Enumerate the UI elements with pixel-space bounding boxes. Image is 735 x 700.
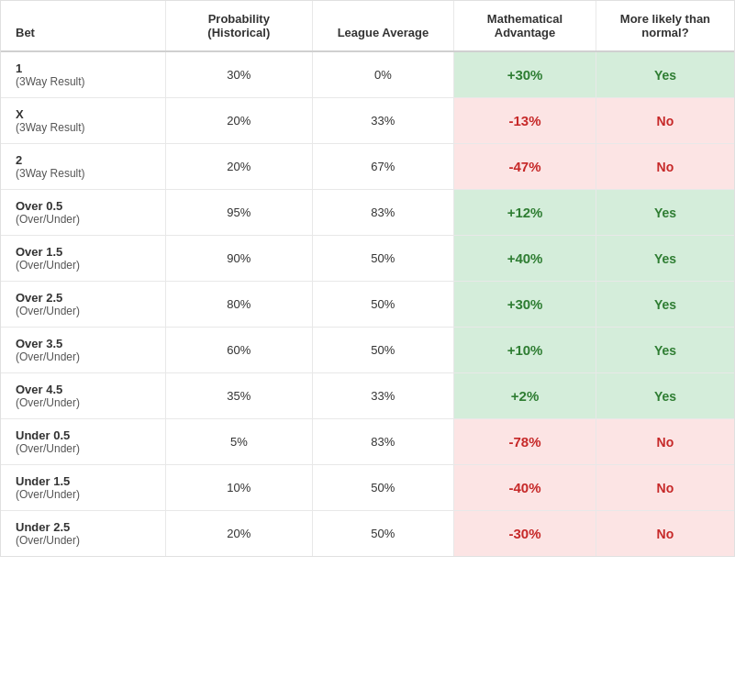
table-row: Under 0.5(Over/Under)5%83%-78%No xyxy=(1,419,734,465)
probability-cell: 30% xyxy=(166,51,313,98)
bet-name: Under 2.5 xyxy=(16,520,150,534)
more-likely-cell: Yes xyxy=(596,328,734,373)
bet-name: Over 4.5 xyxy=(16,383,150,396)
probability-cell: 60% xyxy=(166,328,313,373)
table-row: X(3Way Result)20%33%-13%No xyxy=(1,98,734,144)
bet-cell: X(3Way Result) xyxy=(1,98,166,144)
probability-cell: 10% xyxy=(166,465,313,511)
probability-cell: 20% xyxy=(166,511,313,557)
more-likely-cell: No xyxy=(596,511,734,557)
more-likely-cell: No xyxy=(596,419,734,465)
bet-cell: Over 0.5(Over/Under) xyxy=(1,190,166,236)
more-likely-cell: No xyxy=(596,144,734,190)
bet-name: X xyxy=(16,107,150,121)
bet-name: 2 xyxy=(16,153,150,167)
advantage-cell: -47% xyxy=(454,144,596,190)
probability-cell: 35% xyxy=(166,373,313,419)
league-average-cell: 33% xyxy=(312,373,454,419)
table-row: 2(3Way Result)20%67%-47%No xyxy=(1,144,734,190)
league-average-cell: 83% xyxy=(312,190,454,236)
league-average-cell: 50% xyxy=(312,511,454,557)
bet-cell: Over 1.5(Over/Under) xyxy=(1,236,166,282)
bet-cell: Over 4.5(Over/Under) xyxy=(1,373,166,419)
probability-cell: 20% xyxy=(166,144,313,190)
bet-type: (3Way Result) xyxy=(16,167,150,180)
more-likely-cell: No xyxy=(596,98,734,144)
advantage-cell: -40% xyxy=(454,465,596,511)
table-row: Over 4.5(Over/Under)35%33%+2%Yes xyxy=(1,373,734,419)
bet-type: (3Way Result) xyxy=(16,121,150,134)
bet-type: (Over/Under) xyxy=(16,488,150,501)
advantage-cell: -30% xyxy=(454,511,596,557)
probability-cell: 80% xyxy=(166,282,313,328)
probability-cell: 90% xyxy=(166,236,313,282)
more-likely-cell: Yes xyxy=(596,51,734,98)
more-likely-cell: Yes xyxy=(596,373,734,419)
bet-cell: Under 2.5(Over/Under) xyxy=(1,511,166,557)
league-average-cell: 50% xyxy=(312,282,454,328)
bet-type: (Over/Under) xyxy=(16,396,150,409)
probability-cell: 5% xyxy=(166,419,313,465)
bet-name: Under 1.5 xyxy=(16,474,150,488)
bet-cell: Under 1.5(Over/Under) xyxy=(1,465,166,511)
advantage-cell: -78% xyxy=(454,419,596,465)
header-bet: Bet xyxy=(1,1,166,51)
advantage-cell: +10% xyxy=(454,328,596,373)
table-header-row: Bet Probability (Historical) League Aver… xyxy=(1,1,734,51)
advantage-cell: +30% xyxy=(454,282,596,328)
bet-name: Over 0.5 xyxy=(16,199,150,213)
bet-type: (Over/Under) xyxy=(16,442,150,455)
league-average-cell: 67% xyxy=(312,144,454,190)
probability-cell: 95% xyxy=(166,190,313,236)
more-likely-cell: No xyxy=(596,465,734,511)
bet-cell: 1(3Way Result) xyxy=(1,51,166,98)
table-row: Under 2.5(Over/Under)20%50%-30%No xyxy=(1,511,734,557)
bet-name: 1 xyxy=(16,61,150,75)
bet-cell: 2(3Way Result) xyxy=(1,144,166,190)
more-likely-cell: Yes xyxy=(596,236,734,282)
more-likely-cell: Yes xyxy=(596,190,734,236)
league-average-cell: 33% xyxy=(312,98,454,144)
bet-name: Under 0.5 xyxy=(16,428,150,442)
league-average-cell: 50% xyxy=(312,328,454,373)
league-average-cell: 0% xyxy=(312,51,454,98)
bet-name: Over 3.5 xyxy=(16,337,150,350)
probability-cell: 20% xyxy=(166,98,313,144)
advantage-cell: +30% xyxy=(454,51,596,98)
header-mathematical-advantage: Mathematical Advantage xyxy=(454,1,596,51)
more-likely-cell: Yes xyxy=(596,282,734,328)
header-more-likely: More likely than normal? xyxy=(596,1,734,51)
advantage-cell: +2% xyxy=(454,373,596,419)
table-row: Over 2.5(Over/Under)80%50%+30%Yes xyxy=(1,282,734,328)
advantage-cell: +40% xyxy=(454,236,596,282)
league-average-cell: 50% xyxy=(312,465,454,511)
bet-cell: Over 2.5(Over/Under) xyxy=(1,282,166,328)
table-row: Over 3.5(Over/Under)60%50%+10%Yes xyxy=(1,328,734,373)
header-league-average: League Average xyxy=(312,1,454,51)
bet-name: Over 1.5 xyxy=(16,245,150,259)
advantage-cell: +12% xyxy=(454,190,596,236)
bet-type: (Over/Under) xyxy=(16,259,150,272)
advantage-cell: -13% xyxy=(454,98,596,144)
bet-type: (Over/Under) xyxy=(16,350,150,363)
league-average-cell: 83% xyxy=(312,419,454,465)
table-row: 1(3Way Result)30%0%+30%Yes xyxy=(1,51,734,98)
bet-cell: Under 0.5(Over/Under) xyxy=(1,419,166,465)
bet-cell: Over 3.5(Over/Under) xyxy=(1,328,166,373)
bet-type: (Over/Under) xyxy=(16,534,150,547)
betting-table: Bet Probability (Historical) League Aver… xyxy=(0,0,735,557)
table-row: Over 0.5(Over/Under)95%83%+12%Yes xyxy=(1,190,734,236)
table-row: Under 1.5(Over/Under)10%50%-40%No xyxy=(1,465,734,511)
bet-name: Over 2.5 xyxy=(16,291,150,305)
bet-type: (3Way Result) xyxy=(16,75,150,88)
header-probability: Probability (Historical) xyxy=(166,1,313,51)
bet-type: (Over/Under) xyxy=(16,305,150,317)
table-row: Over 1.5(Over/Under)90%50%+40%Yes xyxy=(1,236,734,282)
league-average-cell: 50% xyxy=(312,236,454,282)
bet-type: (Over/Under) xyxy=(16,213,150,226)
